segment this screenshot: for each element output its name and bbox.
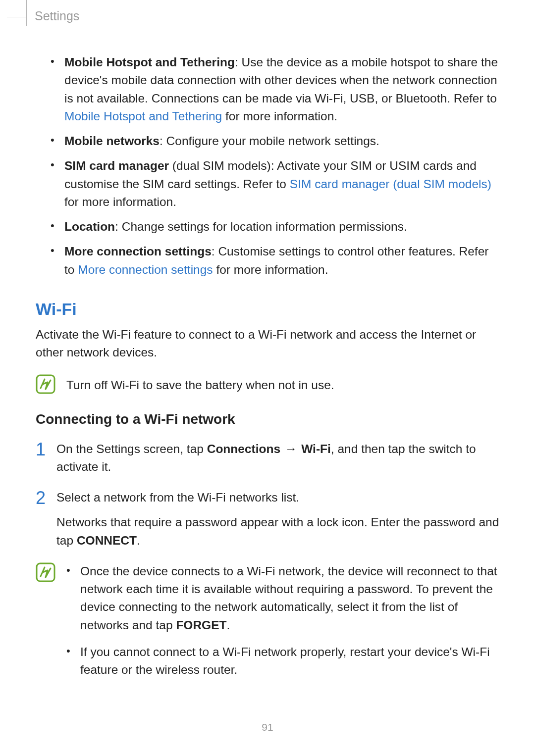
page-section-label: Settings xyxy=(35,9,79,23)
feature-desc-tail: for more information. xyxy=(64,195,176,208)
step-text: On the Settings screen, tap xyxy=(56,442,207,455)
note-list: Once the device connects to a Wi-Fi netw… xyxy=(66,562,500,688)
feature-name: Location xyxy=(64,220,115,233)
note-icon xyxy=(36,562,55,582)
svg-rect-0 xyxy=(37,375,54,393)
feature-desc: : Change settings for location informati… xyxy=(115,220,407,233)
document-page: Settings Mobile Hotspot and Tethering: U… xyxy=(0,0,535,756)
cross-ref-link[interactable]: SIM card manager (dual SIM models) xyxy=(290,177,491,191)
steps-list: On the Settings screen, tap Connections … xyxy=(36,440,500,550)
step-item: Select a network from the Wi-Fi networks… xyxy=(36,489,500,550)
note-bullets: Once the device connects to a Wi-Fi netw… xyxy=(66,562,500,679)
step-item: On the Settings screen, tap Connections … xyxy=(36,440,500,476)
list-item: Location: Change settings for location i… xyxy=(51,218,500,236)
feature-desc: : Configure your mobile network settings… xyxy=(160,134,379,148)
list-item: If you cannot connect to a Wi-Fi network… xyxy=(66,643,500,679)
ui-action: FORGET xyxy=(176,618,226,632)
note-text: If you cannot connect to a Wi-Fi network… xyxy=(80,645,490,676)
ui-path-part: Connections xyxy=(207,442,280,455)
feature-name: Mobile networks xyxy=(64,134,160,148)
connections-feature-list: Mobile Hotspot and Tethering: Use the de… xyxy=(35,53,500,279)
ui-path-part: Wi-Fi xyxy=(301,442,331,455)
wifi-intro: Activate the Wi-Fi feature to connect to… xyxy=(36,326,500,362)
feature-name: SIM card manager xyxy=(64,159,169,172)
path-arrow: → xyxy=(280,442,301,455)
list-item: Once the device connects to a Wi-Fi netw… xyxy=(66,562,500,634)
feature-desc-tail: for more information. xyxy=(222,109,337,123)
page-number: 91 xyxy=(0,721,535,733)
note-text: Once the device connects to a Wi-Fi netw… xyxy=(80,564,497,632)
wifi-connect-heading: Connecting to a Wi-Fi network xyxy=(36,411,500,427)
ui-action: CONNECT xyxy=(77,534,137,547)
note-text-tail: . xyxy=(227,618,230,632)
note-icon xyxy=(36,374,55,394)
tip-text: Turn off Wi-Fi to save the battery when … xyxy=(66,374,334,394)
header-rule xyxy=(7,17,27,17)
note-callout: Once the device connects to a Wi-Fi netw… xyxy=(36,562,500,688)
list-item: More connection settings: Customise sett… xyxy=(51,243,500,279)
wifi-heading: Wi-Fi xyxy=(36,300,500,319)
cross-ref-link[interactable]: More connection settings xyxy=(78,263,213,276)
header-tick xyxy=(26,0,27,26)
step-extra: Networks that require a password appear … xyxy=(56,513,500,550)
feature-desc-tail: for more information. xyxy=(213,263,328,276)
list-item: SIM card manager (dual SIM models): Acti… xyxy=(51,157,500,211)
feature-name: More connection settings xyxy=(64,245,212,258)
svg-rect-1 xyxy=(37,563,54,581)
feature-name: Mobile Hotspot and Tethering xyxy=(64,55,235,69)
page-content: Mobile Hotspot and Tethering: Use the de… xyxy=(35,0,500,688)
step-text: Select a network from the Wi-Fi networks… xyxy=(56,491,299,504)
tip-callout: Turn off Wi-Fi to save the battery when … xyxy=(36,374,500,394)
step-text-tail: . xyxy=(137,534,140,547)
cross-ref-link[interactable]: Mobile Hotspot and Tethering xyxy=(64,109,222,123)
list-item: Mobile Hotspot and Tethering: Use the de… xyxy=(51,53,500,125)
list-item: Mobile networks: Configure your mobile n… xyxy=(51,132,500,150)
